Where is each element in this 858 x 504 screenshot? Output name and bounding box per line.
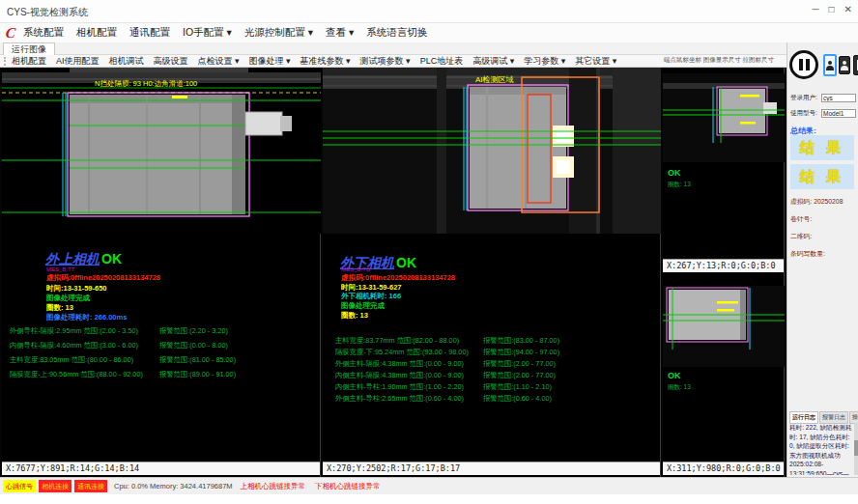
measurement-value: 内侧主料-导柱:1.90mm 范围:(1.00 - 2.20) [335,382,464,392]
camera-connection-badge: 相机连接 [39,480,72,492]
alarm-range: 报警范围:(83.00 - 87.00) [483,336,559,346]
upper-barcode: 虚拟码:0ffline20250208133134728 [46,273,160,283]
menu-camera-config[interactable]: 相机配置 [76,26,117,40]
measurement-value: 隔膜宽度-下:95.24mm 范围:(93.00 - 98.00) [335,348,469,357]
tool-baseline-params[interactable]: 基准线参数 ▾ [300,55,351,68]
model-input[interactable] [821,109,856,118]
upper-elapsed: 图像处理耗时: 266.00ms [46,313,127,322]
window-title: CYS-视觉检测系统 [7,6,88,19]
status-bar: 心跳信号 相机连接 通讯连接 Cpu: 0.0% Memory: 3424.41… [0,477,858,494]
alarm-range: 报警范围:(94.00 - 97.00) [483,348,559,357]
measurement-value: 主料宽度:83.77mm 范围:(82.00 - 88.00) [335,336,459,346]
login-user-label: 登录用户: [790,94,817,102]
tool-advanced-debug[interactable]: 高级调试 ▾ [472,55,514,68]
alarm-range: 报警范围:(0.60 - 4.00) [483,394,552,404]
lower-coordinate-bar: X:270;Y:2502;R:17;G:17;B:17 [323,462,660,475]
result-box-lower: 结 果 [790,164,854,189]
upper-mes-label: MES_B:TT [46,266,74,272]
thumb-bottom-result: OK 圈数: 13 [668,371,691,392]
tool-image-processing[interactable]: 图像处理 ▾ [249,55,291,68]
lower-camera-view: AI检测区域 外下相机OK MES_B:TD 虚拟码:0ffline202502… [323,68,661,477]
result-box-upper: 结 果 [790,135,854,160]
exit-button[interactable] [853,55,858,75]
virtual-code-label: 虚拟码: 20250208 [790,197,843,207]
upper-camera-image[interactable]: N挡处隔膜: 93 H0:边角滑道:100 [2,68,321,234]
menu-light-config[interactable]: 光源控制配置 ▾ [244,26,313,40]
tool-test-params[interactable]: 测试项参数 ▾ [360,55,411,68]
tab-run-image[interactable]: 运行图像 [3,42,55,55]
upper-camera-view: N挡处隔膜: 93 H0:边角滑道:100 外上相机OK MES_B:TT 虚拟… [2,68,321,477]
menu-system-config[interactable]: 系统配置 [23,26,64,40]
model-label: 使用型号: [790,109,817,118]
main-area: N挡处隔膜: 93 H0:边角滑道:100 外上相机OK MES_B:TT 虚拟… [0,68,858,477]
lower-camera-image[interactable]: AI检测区域 [323,68,661,234]
upper-coordinate-bar: X:7677;Y:891;R:14;G:14;B:14 [2,462,320,475]
title-bar: CYS-视觉检测系统 ─ □ ✕ [0,0,858,23]
log-text: 耗时: 222, 缺陷检测耗时: 17, 缺陷分色耗时: 0, 缺陷提取分区耗时… [789,423,853,475]
tool-plc-address[interactable]: PLC地址表 [420,55,464,68]
user-icon [841,61,848,70]
minimize-icon[interactable]: ─ [812,4,818,14]
alarm-range: 报警范围:(2.00 - 77.00) [483,359,556,369]
measurement-value: 主料宽度:83.05mm 范围:(80.00 - 86.00) [10,355,133,365]
comm-connection-badge: 通讯连接 [74,480,107,492]
alarm-range: 报警范围:(0.00 - 8.00) [159,341,228,350]
alarm-range: 报警范围:(2.00 - 77.00) [483,371,556,380]
barcode-count-label: 条码写数量: [790,249,825,259]
login-user-button[interactable] [823,54,837,76]
upper-camera-status: OK [101,251,122,266]
upper-camera-name: 外上相机 [45,251,100,266]
upper-done: 图像处理完成 [46,294,90,303]
tool-ai-usage-config[interactable]: AI使用配置 [56,55,100,68]
lower-capture-time: 外下相机耗时: 166 [341,292,401,301]
lower-turns: 圈数: 13 [341,311,368,321]
login-user-input[interactable] [821,94,856,102]
maximize-icon[interactable]: □ [829,4,835,14]
tool-camera-config[interactable]: 相机配置 [12,55,46,68]
thumb-top-turns: 圈数: 13 [668,181,691,189]
close-icon[interactable]: ✕ [844,4,852,14]
alarm-range: 报警范围:(2.20 - 3.20) [159,326,228,336]
menu-view[interactable]: 查看 ▾ [326,26,354,40]
tool-learning-params[interactable]: 学习参数 ▾ [524,55,565,68]
user-icon [826,61,834,70]
measurement-value: 内侧主料-隔膜:4.38mm 范围:(0.00 - 9.00) [335,371,464,380]
measurement-value: 外侧导柱-隔膜:2.95mm 范围:(2.00 - 3.50) [10,326,138,336]
upper-camera-alert: 上相机心跳链接异常 [241,482,306,491]
tool-spot-check[interactable]: 点检设置 ▾ [198,55,240,68]
cpu-memory-status: Cpu: 0.0% Memory: 3424.4179687M [114,482,233,490]
measurement-value: 外侧主料-隔膜:4.38mm 范围:(0.00 - 9.00) [335,359,464,369]
pin-number-label: 卷针号: [790,214,812,224]
upper-turns: 圈数: 13 [46,303,73,313]
menu-language-switch[interactable]: 系统语言切换 [366,26,427,40]
model-row: 使用型号: [790,109,856,118]
app-window: CYS-视觉检测系统 ─ □ ✕ C 系统配置 相机配置 通讯配置 IO手配置 … [0,0,858,504]
switch-user-button[interactable] [839,56,850,74]
menu-bar: C 系统配置 相机配置 通讯配置 IO手配置 ▾ 光源控制配置 ▾ 查看 ▾ 系… [0,23,858,42]
qr-code-label: 二维码: [790,232,812,241]
tool-other-settings[interactable]: 其它设置 ▾ [575,55,616,68]
app-logo-icon: C [5,25,16,42]
measurement-value: 隔膜宽度-上:90.56mm 范围:(88.00 - 92.00) [10,370,143,379]
alarm-range: 报警范围:(81.00 - 85.00) [159,355,236,365]
login-user-row: 登录用户: [790,94,856,102]
ai-region-label: AI检测区域 [475,75,514,84]
thumb-bottom-coordinate-bar: X:311;Y:980;R:0;G:0;B:0 [663,462,784,475]
alarm-range: 报警范围:(1.10 - 2.10) [483,382,552,392]
upper-time: 时间:13-31-59-650 [46,284,107,294]
tool-camera-debug[interactable]: 相机调试 [109,55,144,68]
thumb-column-header: 端点鼠标坐标 图像显示尺寸 拉图标尺寸 [664,56,774,65]
pause-button[interactable] [789,50,818,79]
thumb-bottom-image[interactable] [663,286,785,367]
tab-strip: 运行图像 [0,42,858,55]
log-scrollbar[interactable] [854,423,858,475]
control-sidebar: 登录用户: 使用型号: 总结果: 结 果 结 果 虚拟码: 20250208 卷… [786,42,858,477]
heartbeat-badge: 心跳信号 [3,480,36,492]
menu-io-config[interactable]: IO手配置 ▾ [183,26,232,40]
thumb-top-image[interactable] [663,73,785,162]
menu-comm-config[interactable]: 通讯配置 [129,26,170,40]
toolbar-grip-icon [4,57,7,66]
tool-strip: 相机配置 AI使用配置 相机调试 高级设置 点检设置 ▾ 图像处理 ▾ 基准线参… [0,55,858,68]
tool-advanced-settings[interactable]: 高级设置 [154,55,188,68]
lower-camera-status: OK [396,255,416,270]
